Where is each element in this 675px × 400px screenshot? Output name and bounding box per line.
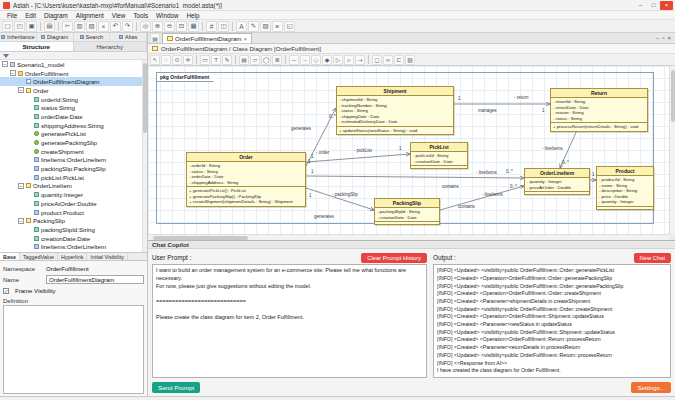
tab-diagram[interactable]: Diagram	[37, 33, 74, 41]
tab-orderfulfillmentdiagram[interactable]: OrderFulfillmentDiagram ×	[162, 33, 252, 43]
menu-edit[interactable]: Edit	[21, 12, 40, 19]
aggregation-icon[interactable]: ◇	[311, 55, 321, 65]
enum-icon[interactable]: ≣	[272, 55, 282, 65]
tree-item-createshipment[interactable]: createShipment	[0, 147, 147, 156]
canvas-vertical-thumb[interactable]	[671, 70, 675, 122]
tree-item-orderlineitem[interactable]: −OrderLineItem	[0, 182, 147, 191]
search-icon[interactable]: ◎	[140, 21, 151, 32]
class-order[interactable]: Order- orderId : String- status : String…	[186, 152, 306, 207]
diagram-canvas[interactable]: pkg OrderFulfillment generates- order10.…	[148, 66, 675, 240]
pane-minimize-icon[interactable]: –	[656, 35, 659, 41]
tree-item-packingslip[interactable]: −PackingSlip	[0, 216, 147, 225]
tab-close-icon[interactable]: ×	[243, 36, 247, 42]
menu-window[interactable]: Window	[152, 12, 182, 19]
menu-help[interactable]: Help	[182, 12, 203, 19]
name-field[interactable]: OrderFulfillmentDiagram	[46, 275, 144, 284]
minimize-button[interactable]: –	[634, 1, 647, 10]
tree-toggle-icon[interactable]: −	[18, 87, 24, 93]
tree-item-orderfulfillmentdiagram[interactable]: OrderFulfillmentDiagram	[0, 77, 147, 86]
tree-item-orderfulfillment[interactable]: −OrderFulfillment	[0, 69, 147, 78]
redo-icon[interactable]: ↷	[122, 21, 133, 32]
zoom-100-icon[interactable]: ▦	[188, 21, 199, 32]
clear-prompt-history-button[interactable]: Clear Prompt History	[361, 253, 427, 263]
dependency-icon[interactable]: ⇢	[355, 55, 365, 65]
map-view-icon[interactable]: ◫	[218, 21, 229, 32]
tab-alias[interactable]: Alias	[110, 33, 147, 41]
tab-base[interactable]: Base	[0, 253, 20, 260]
tab-hierarchy[interactable]: Hierarchy	[74, 42, 148, 51]
tab-inheritance[interactable]: Inheritance	[0, 33, 37, 41]
package-icon[interactable]: ▱	[250, 55, 260, 65]
lasso-icon[interactable]: ◌	[161, 55, 171, 65]
tree-item-lineitems-orderlineitem[interactable]: lineItems:OrderLineItem	[0, 242, 147, 251]
tree-item-packingslipid-string[interactable]: packingSlipId:String	[0, 225, 147, 234]
close-button[interactable]: ×	[660, 1, 673, 10]
tree-item-orderid-string[interactable]: orderId:String	[0, 95, 147, 104]
tab-search[interactable]: Search	[74, 33, 111, 41]
new-chat-button[interactable]: New Chat	[634, 253, 671, 263]
send-prompt-button[interactable]: Send Prompt	[152, 382, 200, 393]
class-picklist[interactable]: PickList- pickListId : String- creationD…	[410, 142, 468, 169]
menu-diagram[interactable]: Diagram	[40, 12, 72, 19]
association-icon[interactable]: ─	[289, 55, 299, 65]
frame-icon[interactable]: ⊏	[394, 55, 404, 65]
tree-item-generatepackingslip[interactable]: generatePackingSlip	[0, 138, 147, 147]
tree-toggle-icon[interactable]: −	[2, 61, 8, 67]
pane-close-icon[interactable]: ×	[667, 35, 671, 41]
tree-toggle-icon[interactable]: −	[18, 218, 24, 224]
definition-field[interactable]	[3, 305, 144, 394]
tree-toggle-icon[interactable]: −	[10, 70, 16, 76]
new-file-icon[interactable]: ▢	[2, 21, 13, 32]
zoom-fit-icon[interactable]: ⊡	[176, 21, 187, 32]
grid-icon[interactable]: #	[206, 21, 217, 32]
directed-association-icon[interactable]: →	[300, 55, 310, 65]
filter-icon[interactable]	[3, 54, 9, 58]
tab-hyperlink[interactable]: Hyperlink	[58, 253, 87, 260]
tree-item-orderdate-date[interactable]: orderDate:Date	[0, 112, 147, 121]
layer-icon[interactable]: ◱	[284, 21, 295, 32]
align-icon[interactable]: ≡	[272, 21, 283, 32]
pan-hand-icon[interactable]: ✛	[183, 55, 193, 65]
class-product[interactable]: Product- productId : String- name : Stri…	[596, 166, 654, 210]
edge-order-picklist[interactable]	[306, 154, 410, 162]
delete-icon[interactable]: ×	[98, 21, 109, 32]
class-packingslip[interactable]: PackingSlip- packingSlipId : String- cre…	[374, 198, 440, 225]
tree-item-lineitems-orderlineitem[interactable]: lineItems:OrderLineItem	[0, 156, 147, 165]
note-icon[interactable]: ▭	[200, 55, 210, 65]
magnifier-icon[interactable]: ⊙	[172, 55, 182, 65]
tree-item-status-string[interactable]: status:String	[0, 103, 147, 112]
tree-toggle-icon[interactable]: −	[18, 183, 24, 189]
cut-icon[interactable]: ✂	[62, 21, 73, 32]
realization-icon[interactable]: ▹	[344, 55, 354, 65]
menu-file[interactable]: File	[3, 12, 21, 19]
save-icon[interactable]: ▣	[26, 21, 37, 32]
tree-item-creationdate-date[interactable]: creationDate:Date	[0, 234, 147, 243]
class-icon[interactable]: ▤	[239, 55, 249, 65]
text-icon[interactable]: T	[211, 55, 221, 65]
class-shipment[interactable]: Shipment- shipmentId : String- trackingN…	[336, 86, 454, 135]
tree-scrollbar-thumb[interactable]	[143, 63, 147, 133]
tree-item-product-product[interactable]: product:Product	[0, 208, 147, 217]
edge-packingslip-orderlineitem[interactable]	[440, 186, 524, 210]
tree-item-picklist-picklist[interactable]: pickList:PickList	[0, 173, 147, 182]
paste-icon[interactable]: ▧	[86, 21, 97, 32]
maximize-button[interactable]: □	[647, 1, 660, 10]
pane-maximize-icon[interactable]: ▫	[662, 35, 664, 41]
generalization-icon[interactable]: ▷	[333, 55, 343, 65]
menu-alignment[interactable]: Alignment	[72, 12, 108, 19]
tree-item-quantity-integer[interactable]: quantity:Integer	[0, 190, 147, 199]
undo-icon[interactable]: ↶	[110, 21, 121, 32]
tree-scrollbar[interactable]	[142, 60, 147, 252]
zoom-in-icon[interactable]: ⊕	[152, 21, 163, 32]
tree-item-generatepicklist[interactable]: generatePickList	[0, 130, 147, 139]
tab-taggedvalue[interactable]: TaggedValue	[20, 253, 58, 260]
print-icon[interactable]: ▤	[44, 21, 55, 32]
tree-item-scenario1-model[interactable]: −Scenario1_model	[0, 60, 147, 69]
line-color-icon[interactable]: ✎	[248, 21, 259, 32]
select-arrow-icon[interactable]: ↖	[150, 55, 160, 65]
copy-icon[interactable]: ▥	[74, 21, 85, 32]
tree-item-order[interactable]: −Order	[0, 86, 147, 95]
canvas-vertical-scrollbar[interactable]	[669, 66, 675, 234]
font-color-icon[interactable]: A	[236, 21, 247, 32]
tree-item-priceatorder-double[interactable]: priceAtOrder:Double	[0, 199, 147, 208]
